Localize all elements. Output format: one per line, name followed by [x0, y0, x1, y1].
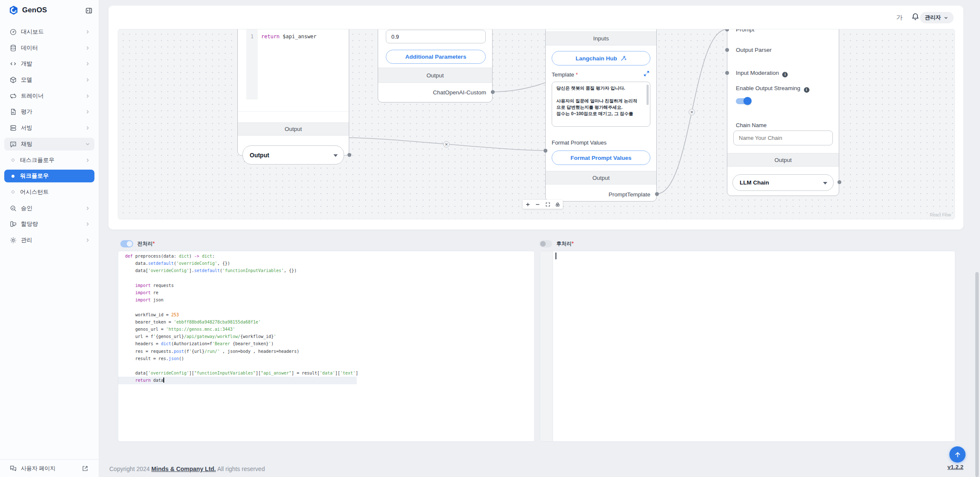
external-link-icon[interactable] — [82, 465, 88, 472]
chevron-down-icon — [943, 15, 949, 20]
sidebar-footer[interactable]: 사용자 페이지 — [0, 459, 99, 477]
template-label: Template * — [552, 71, 578, 78]
info-icon: i — [804, 87, 809, 93]
postprocess-toggle[interactable] — [539, 240, 552, 247]
chain-name-input[interactable] — [733, 131, 833, 145]
preprocess-label: 전처리* — [137, 240, 155, 247]
font-size-button[interactable]: 가 — [896, 14, 903, 22]
code-gutter — [540, 251, 553, 441]
output-section-header: Output — [378, 68, 492, 83]
prompttemplate-output-handle[interactable] — [655, 192, 659, 196]
langchain-hub-button[interactable]: Langchain Hub — [552, 51, 650, 65]
bullet-icon — [11, 175, 14, 178]
format-prompt-values-label: Format Prompt Values — [552, 139, 607, 146]
genos-hexagon-logo-icon — [9, 5, 19, 15]
output-section-header: Output — [727, 153, 839, 167]
enable-output-streaming-label: Enable Output Streamingi — [736, 85, 809, 93]
sidebar-collapse-icon[interactable] — [85, 7, 93, 14]
workflow-canvas[interactable]: 1 return $api_answer Output Output 0.9 A… — [118, 29, 955, 219]
node-custom-function[interactable]: 1 return $api_answer Output Output — [237, 29, 349, 156]
llm-chain-output-select[interactable]: LLM Chain — [732, 174, 834, 191]
additional-parameters-button[interactable]: Additional Parameters — [386, 50, 486, 64]
scroll-to-top-button[interactable] — [949, 446, 966, 463]
chain-name-label: Chain Name — [736, 122, 766, 128]
code-line: import json — [125, 296, 534, 304]
text-cursor — [163, 378, 164, 383]
code-line: result = res.json() — [125, 355, 534, 362]
llm-input-output-parser: Output Parser — [736, 47, 772, 53]
llm-input-handle[interactable] — [725, 29, 729, 31]
edge-delete-button[interactable]: ✕ — [443, 141, 450, 148]
sidebar-item-assistant[interactable]: 어시스턴트 — [4, 186, 94, 199]
fit-view-button[interactable] — [543, 200, 553, 209]
postprocess-header: 후처리* — [539, 240, 574, 247]
chatopenai-output-handle[interactable] — [491, 90, 495, 94]
sidebar-item-taskflow[interactable]: 태스크플로우 — [4, 154, 94, 167]
postprocess-code-editor[interactable] — [540, 251, 955, 442]
prompttemplate-input-handle[interactable] — [544, 149, 547, 153]
gauge-icon — [9, 28, 17, 36]
search-check-icon — [9, 204, 17, 212]
zoom-in-button[interactable] — [523, 200, 533, 209]
sidebar-item-data[interactable]: 데이터 — [4, 42, 94, 54]
trainer-icon — [9, 92, 17, 100]
lock-button[interactable] — [553, 200, 563, 209]
llm-input-handle[interactable] — [725, 71, 729, 75]
template-textarea[interactable]: 당신은 챗봇의 품질 평가자 입니다. 사용자의 질문에 얼마나 친절하게 논리… — [552, 82, 650, 127]
preprocess-code-editor[interactable]: def preprocess(data: dict) -> dict: data… — [118, 251, 535, 442]
company-link[interactable]: Minds & Company Ltd. — [151, 466, 216, 472]
bullet-icon — [11, 190, 14, 193]
node-llm-chain[interactable]: PromptOutput ParserInput Moderationi Ena… — [727, 29, 839, 196]
sidebar-item-admin[interactable]: 관리 — [4, 234, 94, 247]
format-prompt-values-button[interactable]: Format Prompt Values — [552, 150, 650, 165]
sidebar-item-chat[interactable]: 채팅 — [4, 138, 94, 150]
chevron-down-icon — [823, 182, 827, 185]
sidebar-item-dashboard[interactable]: 대시보드 — [4, 26, 94, 38]
temperature-input[interactable]: 0.9 — [386, 30, 486, 43]
window-scrollbar[interactable] — [975, 272, 979, 477]
code-line: import re — [125, 289, 534, 296]
node-code-editor[interactable]: 1 return $api_answer — [238, 29, 349, 112]
preprocess-code: def preprocess(data: dict) -> dict: data… — [118, 253, 534, 384]
app-logo[interactable]: GenOS — [9, 5, 47, 15]
llm-input-input-moderation: Input Moderationi — [736, 70, 788, 77]
code-line: import requests — [125, 282, 534, 289]
sidebar-item-evaluation[interactable]: 평가 — [4, 105, 94, 118]
sidebar-item-trainer[interactable]: 트레이너 — [4, 90, 94, 102]
sidebar-item-model[interactable]: 모델 — [4, 74, 94, 86]
code-output-select[interactable]: Output — [242, 145, 344, 165]
sidebar-item-approval[interactable]: 승인 — [4, 202, 94, 215]
output-section-header: Output — [546, 171, 656, 185]
sidebar-item-quota[interactable]: 할당량 — [4, 218, 94, 230]
magic-wand-icon — [620, 55, 627, 62]
zoom-out-button[interactable] — [533, 200, 543, 209]
edge-delete-button[interactable]: ✕ — [689, 109, 695, 115]
profile-menu-button[interactable]: 관리자 — [920, 12, 954, 23]
inputs-section-header: Inputs — [546, 31, 656, 45]
llm-input-handle[interactable] — [725, 48, 729, 52]
chat-icon — [9, 140, 17, 148]
code-line: data.setdefault('overrideConfig', {}) — [125, 260, 534, 267]
expand-icon[interactable] — [644, 71, 650, 77]
code-output-handle[interactable] — [348, 153, 351, 157]
version-link[interactable]: v1.2.2 — [947, 464, 963, 470]
code-line: res = requests.post(f'{url}/run/' , json… — [125, 348, 534, 355]
bell-icon[interactable] — [911, 12, 920, 22]
code-line: data['overrideConfig']["functionInputVar… — [125, 369, 534, 377]
devices-icon — [9, 220, 17, 228]
code-line: data['overrideConfig'].setdefault('funct… — [125, 267, 534, 274]
code-line: workflow_id = 253 — [125, 311, 534, 318]
sidebar-item-develop[interactable]: 개발 — [4, 57, 94, 70]
preprocess-toggle[interactable] — [120, 240, 133, 247]
llmchain-output-handle[interactable] — [838, 180, 841, 184]
code-line: genos_url = 'https://genos.mnc.ai:3443' — [125, 326, 534, 333]
code-line: bearer_token = 'ebbff88bd6a948278cba9815… — [125, 318, 534, 326]
output-streaming-toggle[interactable] — [736, 97, 751, 105]
node-chatopenai[interactable]: 0.9 Additional Parameters Output ChatOpe… — [378, 29, 493, 102]
code-line — [125, 362, 534, 369]
sidebar-item-workflow[interactable]: 워크플로우 — [4, 170, 94, 182]
textarea-scrollbar[interactable] — [647, 85, 649, 105]
chatopenai-output-anchor-label: ChatOpenAI-Custom — [433, 89, 486, 96]
node-prompt-template[interactable]: Inputs Langchain Hub Template * 당신은 챗봇의 … — [545, 29, 657, 202]
sidebar-item-serving[interactable]: 서빙 — [4, 122, 94, 134]
